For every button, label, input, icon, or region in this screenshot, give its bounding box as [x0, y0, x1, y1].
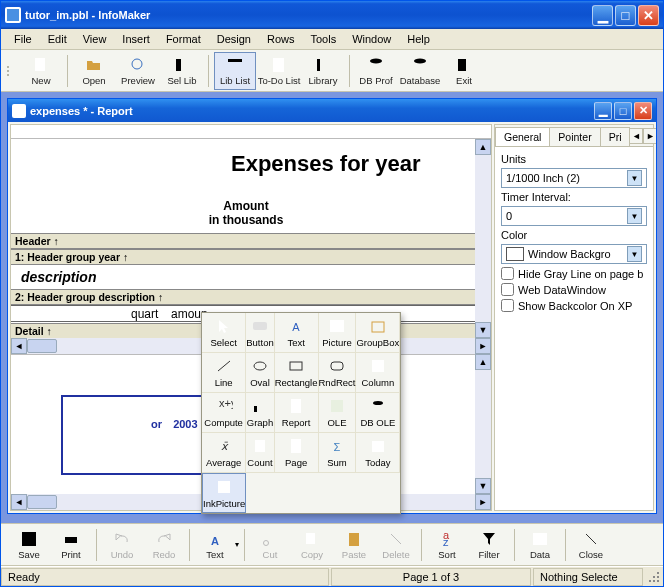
oval-icon [251, 357, 269, 375]
palette-picture[interactable]: Picture [319, 313, 357, 353]
timer-select[interactable]: 0 ▼ [501, 206, 647, 226]
menu-insert[interactable]: Insert [115, 31, 157, 47]
palette-page[interactable]: Page [275, 433, 319, 473]
toolbtn-preview[interactable]: Preview [117, 52, 159, 90]
toolbtn-lib-list[interactable]: Lib List [214, 52, 256, 90]
toolbtn-text[interactable]: AText [195, 526, 235, 564]
toolbtn-sel-lib[interactable]: Sel Lib [161, 52, 203, 90]
menu-help[interactable]: Help [400, 31, 437, 47]
menu-view[interactable]: View [76, 31, 114, 47]
tabs-right-icon[interactable]: ► [643, 128, 656, 144]
toolbtn-filter[interactable]: Filter [469, 526, 509, 564]
toolbtn-delete[interactable]: Delete [376, 526, 416, 564]
toolbar-grip[interactable] [7, 53, 14, 89]
toolbtn-db-prof[interactable]: DB Prof [355, 52, 397, 90]
palette-column[interactable]: Column [356, 353, 400, 393]
chevron-down-icon[interactable]: ▼ [627, 170, 642, 186]
check-web-datawindow[interactable]: Web DataWindow [501, 283, 647, 296]
menu-file[interactable]: File [7, 31, 39, 47]
controls-palette[interactable]: SelectButtonATextPictureGroupBoxLineOval… [201, 312, 401, 514]
scroll-right-icon[interactable]: ► [475, 338, 491, 354]
palette-db ole[interactable]: DB OLE [356, 393, 400, 433]
col-quarter[interactable]: quart [131, 307, 158, 321]
tab-print[interactable]: Pri [600, 127, 631, 146]
palette-rndrect[interactable]: RndRect [319, 353, 357, 393]
close-button[interactable]: ✕ [638, 5, 659, 26]
palette-button[interactable]: Button [246, 313, 274, 353]
band-group-desc[interactable]: 2: Header group description ↑ [11, 289, 475, 305]
minimize-button[interactable]: ▁ [592, 5, 613, 26]
maximize-button[interactable]: □ [615, 5, 636, 26]
palette-select[interactable]: Select [202, 313, 246, 353]
tab-general[interactable]: General [495, 127, 550, 146]
scroll-thumb[interactable] [27, 339, 57, 353]
report-close[interactable]: ✕ [634, 102, 652, 120]
closex-icon [582, 530, 600, 548]
toolbtn-data[interactable]: Data [520, 526, 560, 564]
toolbtn-print[interactable]: Print [51, 526, 91, 564]
toolbtn-database[interactable]: Database [399, 52, 441, 90]
scroll-left-icon[interactable]: ◄ [11, 338, 27, 354]
toolbtn-redo[interactable]: Redo [144, 526, 184, 564]
toolbtn-cut[interactable]: Cut [250, 526, 290, 564]
toolbtn-paste[interactable]: Paste [334, 526, 374, 564]
tabs-left-icon[interactable]: ◄ [629, 128, 643, 144]
amount-label[interactable]: Amountin thousands [201, 199, 291, 227]
toolbtn-new[interactable]: New [20, 52, 62, 90]
palette-oval[interactable]: Oval [246, 353, 274, 393]
palette-line[interactable]: Line [202, 353, 246, 393]
color-select[interactable]: Window Backgro ▼ [501, 244, 647, 264]
design-canvas[interactable]: Expenses for year Amountin thousands Hea… [11, 139, 475, 338]
menu-format[interactable]: Format [159, 31, 208, 47]
palette-compute[interactable]: x+y2Compute [202, 393, 246, 433]
palette-sum[interactable]: ΣSum [319, 433, 357, 473]
bigA-icon: A [206, 530, 224, 548]
toolbtn-save[interactable]: Save [9, 526, 49, 564]
palette-average[interactable]: x̄Average [202, 433, 246, 473]
palette-today[interactable]: Today [356, 433, 400, 473]
palette-rectangle[interactable]: Rectangle [275, 353, 319, 393]
toolbtn-close[interactable]: Close [571, 526, 611, 564]
scroll-up-icon[interactable]: ▲ [475, 139, 491, 155]
toolbtn-exit[interactable]: Exit [443, 52, 485, 90]
tab-pointer[interactable]: Pointer [549, 127, 600, 146]
menu-edit[interactable]: Edit [41, 31, 74, 47]
palette-text[interactable]: AText [275, 313, 319, 353]
toolbtn-library[interactable]: Library [302, 52, 344, 90]
dropdown-icon[interactable]: ▾ [235, 540, 239, 549]
palette-graph[interactable]: Graph [246, 393, 274, 433]
band-header[interactable]: Header ↑ [11, 233, 475, 249]
palette-groupbox[interactable]: GroupBox [356, 313, 400, 353]
menu-rows[interactable]: Rows [260, 31, 302, 47]
menu-window[interactable]: Window [345, 31, 398, 47]
menu-tools[interactable]: Tools [303, 31, 343, 47]
report-maximize[interactable]: □ [614, 102, 632, 120]
check-hide-grayline[interactable]: Hide Gray Line on page b [501, 267, 647, 280]
chevron-down-icon[interactable]: ▼ [627, 246, 642, 262]
exit-icon [455, 56, 473, 74]
design-vscroll[interactable]: ▲ ▼ [475, 139, 491, 338]
preview-vscroll[interactable]: ▲ ▼ [475, 354, 491, 494]
palette-report[interactable]: Report [275, 393, 319, 433]
report-heading[interactable]: Expenses for year [231, 151, 421, 177]
chevron-down-icon[interactable]: ▼ [627, 208, 642, 224]
band-group-year[interactable]: 1: Header group year ↑ [11, 249, 475, 265]
toolbtn-sort[interactable]: azSort [427, 526, 467, 564]
toolbtn-undo[interactable]: Undo [102, 526, 142, 564]
description-field[interactable]: description [21, 269, 96, 285]
toolbtn-to-do-list[interactable]: To-Do List [258, 52, 300, 90]
report-minimize[interactable]: ▁ [594, 102, 612, 120]
menubar: FileEditViewInsertFormatDesignRowsToolsW… [1, 29, 663, 49]
scroll-down-icon[interactable]: ▼ [475, 322, 491, 338]
palette-ole[interactable]: OLEOLE [319, 393, 357, 433]
menu-design[interactable]: Design [210, 31, 258, 47]
check-backcolor-xp[interactable]: Show Backcolor On XP [501, 299, 647, 312]
resize-grip[interactable] [645, 568, 663, 586]
toolbtn-copy[interactable]: Copy [292, 526, 332, 564]
toolbtn-open[interactable]: Open [73, 52, 115, 90]
palette-count[interactable]: 123Count [246, 433, 274, 473]
palette-inkpicture[interactable]: InkPicture [202, 473, 246, 513]
units-select[interactable]: 1/1000 Inch (2) ▼ [501, 168, 647, 188]
new-icon [32, 56, 50, 74]
svg-rect-83 [653, 576, 655, 578]
